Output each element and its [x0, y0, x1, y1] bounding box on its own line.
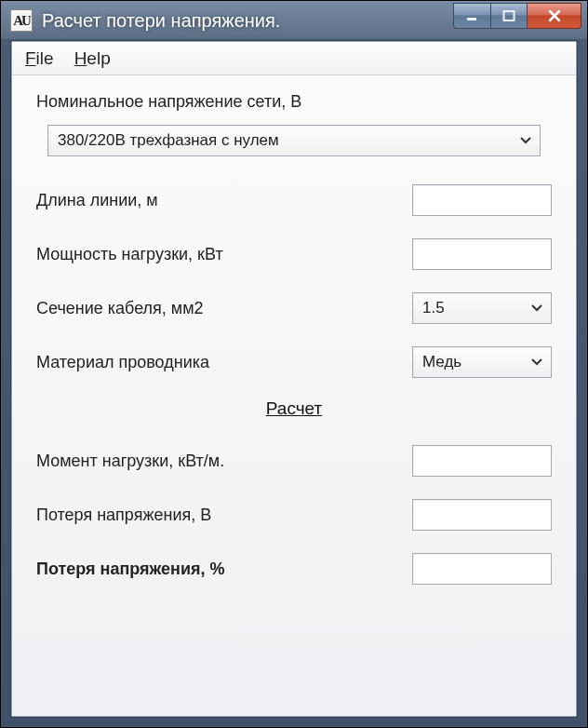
label-cable-section: Сечение кабеля, мм2 — [36, 299, 204, 318]
select-conductor-material-value: Медь — [422, 353, 461, 371]
svg-rect-1 — [504, 11, 514, 20]
window-controls — [453, 3, 581, 29]
titlebar[interactable]: AU Расчет потери напряжения. — [1, 1, 587, 40]
close-icon — [547, 8, 562, 23]
input-load-power[interactable] — [412, 238, 552, 270]
menu-file[interactable]: File — [25, 48, 54, 69]
minimize-icon — [466, 9, 479, 22]
select-nominal-voltage[interactable]: 380/220В трехфазная с нулем — [47, 125, 541, 156]
label-load-moment: Момент нагрузки, кВт/м. — [36, 452, 224, 471]
svg-rect-0 — [467, 18, 476, 20]
chevron-down-icon — [530, 357, 543, 367]
label-voltage-loss-pct: Потеря напряжения, % — [36, 559, 225, 579]
form-content: Номинальное напряжение сети, В 380/220В … — [12, 75, 576, 716]
chevron-down-icon — [530, 303, 543, 313]
output-load-moment[interactable] — [412, 445, 552, 477]
label-voltage-loss-v: Потеря напряжения, В — [36, 506, 211, 525]
menu-help[interactable]: Help — [74, 48, 111, 69]
label-conductor-material: Материал проводника — [36, 353, 209, 372]
select-cable-section-value: 1.5 — [422, 299, 445, 317]
select-nominal-voltage-value: 380/220В трехфазная с нулем — [58, 131, 279, 150]
output-voltage-loss-pct[interactable] — [412, 553, 552, 585]
menubar: File Help — [12, 42, 576, 75]
application-window: AU Расчет потери напряжения. F — [0, 0, 588, 728]
input-line-length[interactable] — [412, 184, 552, 216]
output-voltage-loss-v[interactable] — [412, 499, 552, 531]
label-nominal-voltage: Номинальное напряжение сети, В — [36, 92, 552, 112]
maximize-button[interactable] — [490, 3, 528, 29]
close-button[interactable] — [528, 3, 581, 29]
label-line-length: Длина линии, м — [36, 191, 158, 210]
select-cable-section[interactable]: 1.5 — [412, 292, 552, 324]
calculate-button[interactable]: Расчет — [266, 398, 322, 418]
window-title: Расчет потери напряжения. — [42, 10, 453, 32]
minimize-button[interactable] — [453, 3, 490, 29]
select-conductor-material[interactable]: Медь — [412, 346, 552, 378]
app-icon: AU — [10, 9, 33, 32]
chevron-down-icon — [519, 136, 532, 145]
label-load-power: Мощность нагрузки, кВт — [36, 245, 223, 264]
maximize-icon — [502, 9, 515, 22]
client-area: File Help Номинальное напряжение сети, В… — [11, 41, 577, 717]
